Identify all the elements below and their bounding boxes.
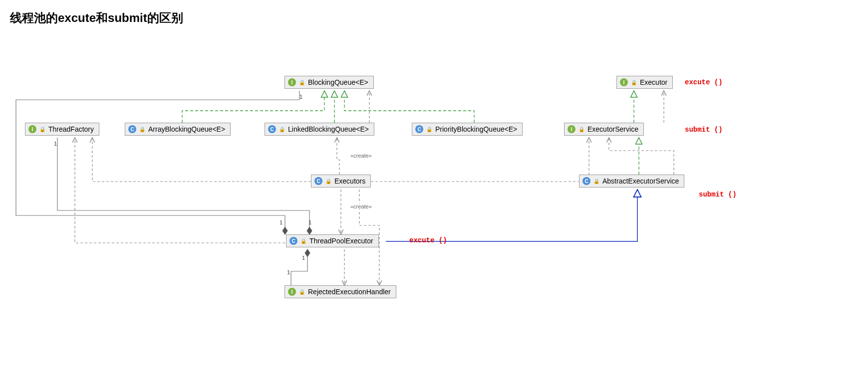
lock-icon: 🔒 [300,238,306,244]
class-icon: C [128,125,136,133]
annotation-submit-executorservice: submit () [685,126,723,134]
lock-icon: 🔒 [426,127,432,132]
node-label: AbstractExecutorService [602,177,679,185]
class-icon: C [289,237,297,245]
node-thread-factory: I 🔒 ThreadFactory [25,123,99,136]
class-icon: C [268,125,276,133]
lock-icon: 🔒 [579,127,584,132]
node-thread-pool-executor: C 🔒 ThreadPoolExecutor [286,234,379,247]
node-label: ThreadPoolExecutor [309,237,373,245]
lock-icon: 🔒 [39,127,45,132]
node-label: ArrayBlockingQueue<E> [148,125,225,133]
node-label: LinkedBlockingQueue<E> [288,125,369,133]
multiplicity: 1 [308,219,311,225]
node-label: ThreadFactory [48,125,94,133]
interface-icon: I [568,125,576,133]
interface-icon: I [288,288,296,296]
lock-icon: 🔒 [631,80,637,85]
node-blocking-queue: I 🔒 BlockingQueue<E> [285,76,374,89]
page-title: 线程池的excute和submit的区别 [10,10,858,26]
lock-icon: 🔒 [593,179,599,184]
uml-diagram: I 🔒 BlockingQueue<E> I 🔒 Executor I 🔒 Th… [10,36,859,385]
interface-icon: I [28,125,36,133]
node-executor-service: I 🔒 ExecutorService [564,123,644,136]
stereotype-create-1: «create» [349,153,373,159]
node-linked-blocking-queue: C 🔒 LinkedBlockingQueue<E> [265,123,374,136]
connector-layer [10,36,859,385]
lock-icon: 🔒 [325,179,331,184]
node-rejected-execution-handler: I 🔒 RejectedExecutionHandler [285,285,396,298]
node-label: RejectedExecutionHandler [308,288,391,296]
node-label: BlockingQueue<E> [308,78,368,86]
multiplicity: 1 [280,219,283,225]
class-icon: C [314,177,322,185]
node-priority-blocking-queue: C 🔒 PriorityBlockingQueue<E> [412,123,523,136]
annotation-execute-tpe: excute () [409,236,447,244]
annotation-submit-abstract: submit () [699,191,737,198]
node-abstract-executor-service: C 🔒 AbstractExecutorService [579,175,684,188]
multiplicity: 1 [54,141,57,147]
node-label: PriorityBlockingQueue<E> [435,125,517,133]
node-label: ExecutorService [587,125,638,133]
class-icon: C [582,177,590,185]
node-label: Executor [640,78,667,86]
multiplicity: 1 [302,255,305,261]
interface-icon: I [288,78,296,86]
node-executor: I 🔒 Executor [616,76,673,89]
multiplicity: 1 [287,269,290,275]
node-label: Executors [334,177,365,185]
node-array-blocking-queue: C 🔒 ArrayBlockingQueue<E> [125,123,231,136]
interface-icon: I [620,78,628,86]
stereotype-create-2: «create» [349,203,373,209]
lock-icon: 🔒 [139,127,145,132]
multiplicity: 1 [299,94,302,100]
node-executors: C 🔒 Executors [311,175,371,188]
lock-icon: 🔒 [299,289,305,295]
annotation-execute-executor: excute () [685,78,723,86]
lock-icon: 🔒 [279,127,285,132]
class-icon: C [415,125,423,133]
lock-icon: 🔒 [299,80,305,85]
